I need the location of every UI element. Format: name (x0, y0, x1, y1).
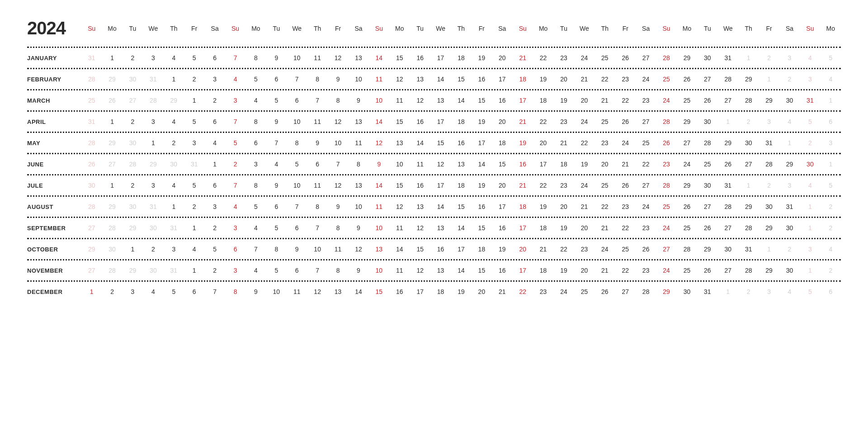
day-cell: 15 (472, 260, 492, 280)
day-cell: 30 (800, 154, 820, 174)
day-cell: 19 (533, 197, 553, 217)
day-cell: 30 (143, 260, 163, 280)
day-cell: 19 (472, 112, 492, 132)
weekday-header: Su (513, 25, 533, 32)
day-cell: 2 (821, 260, 841, 280)
day-cell: 8 (328, 260, 348, 280)
day-cell: 12 (328, 48, 348, 68)
month-row: OCTOBER293012345678910111213141516171819… (27, 239, 841, 259)
day-cell: 22 (636, 154, 656, 174)
day-cell: 5 (821, 48, 841, 68)
day-cell: 29 (677, 175, 697, 195)
day-cell: 18 (533, 260, 553, 280)
day-cell: 19 (513, 133, 533, 153)
day-cell: 24 (656, 90, 676, 110)
weekday-header: Tu (123, 25, 143, 32)
day-cell: 1 (821, 90, 841, 110)
day-cell: 8 (328, 90, 348, 110)
day-cell: 21 (553, 133, 574, 153)
day-cell: 3 (164, 239, 184, 259)
day-cell: 9 (266, 48, 287, 68)
month-row: JANUARY311234567891011121314151617181920… (27, 48, 841, 68)
day-cell: 14 (369, 112, 389, 132)
day-cell: 18 (513, 69, 533, 89)
day-cell: 3 (204, 69, 225, 89)
month-label: MAY (27, 140, 81, 147)
day-cell: 2 (184, 197, 204, 217)
day-cell: 3 (204, 197, 225, 217)
day-cell: 28 (102, 218, 122, 238)
day-cell: 14 (451, 90, 471, 110)
day-cell: 15 (410, 239, 430, 259)
day-cell: 1 (102, 112, 122, 132)
day-cell: 30 (123, 197, 143, 217)
day-cell: 3 (143, 175, 163, 195)
day-cell: 29 (779, 154, 800, 174)
day-cell: 3 (143, 48, 163, 68)
day-cell: 10 (369, 90, 389, 110)
day-cell: 28 (656, 112, 676, 132)
day-cell: 14 (369, 48, 389, 68)
day-cell: 28 (738, 90, 759, 110)
day-cell: 24 (636, 197, 656, 217)
day-cell: 5 (164, 282, 184, 302)
day-cell: 4 (143, 282, 163, 302)
weekday-header: Mo (821, 25, 841, 32)
day-cell: 26 (697, 90, 717, 110)
day-cell: 27 (677, 133, 697, 153)
day-cell: 13 (410, 69, 430, 89)
day-cell: 26 (677, 69, 697, 89)
day-cell: 10 (328, 133, 348, 153)
day-cell: 23 (594, 133, 615, 153)
day-cell: 29 (677, 48, 697, 68)
day-cell: 7 (328, 154, 348, 174)
day-cell: 30 (164, 154, 184, 174)
month-label: JANUARY (27, 55, 81, 62)
day-cell: 29 (677, 112, 697, 132)
day-cell: 25 (594, 175, 615, 195)
day-cell: 21 (615, 154, 636, 174)
day-cell: 18 (553, 154, 574, 174)
day-cell: 25 (636, 133, 656, 153)
month-row: MARCH25262728291234567891011121314151617… (27, 90, 841, 110)
day-cell: 18 (451, 112, 471, 132)
day-cell: 15 (472, 218, 492, 238)
weekday-header: Tu (266, 25, 287, 32)
day-cell: 26 (615, 175, 636, 195)
day-cell: 13 (430, 90, 451, 110)
weekday-header: Sa (636, 25, 656, 32)
day-cell: 12 (328, 112, 348, 132)
day-cell: 1 (759, 69, 779, 89)
months-container: JANUARY311234567891011121314151617181920… (27, 47, 841, 302)
weekday-header: Mo (533, 25, 553, 32)
weekday-header: We (287, 25, 307, 32)
weekday-header: Mo (677, 25, 697, 32)
day-cell: 18 (492, 133, 512, 153)
day-cell: 5 (204, 239, 225, 259)
weekday-header: Tu (697, 25, 717, 32)
day-cell: 15 (389, 48, 410, 68)
day-cell: 6 (266, 69, 287, 89)
day-cell: 28 (718, 69, 738, 89)
day-cell: 24 (636, 69, 656, 89)
day-cell: 1 (184, 218, 204, 238)
day-cell: 16 (410, 175, 430, 195)
day-cell: 9 (328, 197, 348, 217)
day-cell: 4 (266, 154, 287, 174)
day-cell: 3 (779, 48, 800, 68)
day-cell: 17 (492, 197, 512, 217)
day-cell: 2 (225, 154, 245, 174)
day-cell: 6 (287, 90, 307, 110)
day-cell: 8 (348, 154, 368, 174)
day-cell: 19 (472, 175, 492, 195)
day-cell: 1 (738, 48, 759, 68)
day-cell: 18 (451, 175, 471, 195)
day-cell: 20 (553, 69, 574, 89)
day-cell: 11 (287, 282, 307, 302)
day-cell: 1 (184, 90, 204, 110)
day-cell: 16 (492, 90, 512, 110)
day-cell: 25 (677, 90, 697, 110)
day-cell: 28 (102, 260, 122, 280)
day-cell: 29 (759, 218, 779, 238)
day-cell: 5 (184, 112, 204, 132)
